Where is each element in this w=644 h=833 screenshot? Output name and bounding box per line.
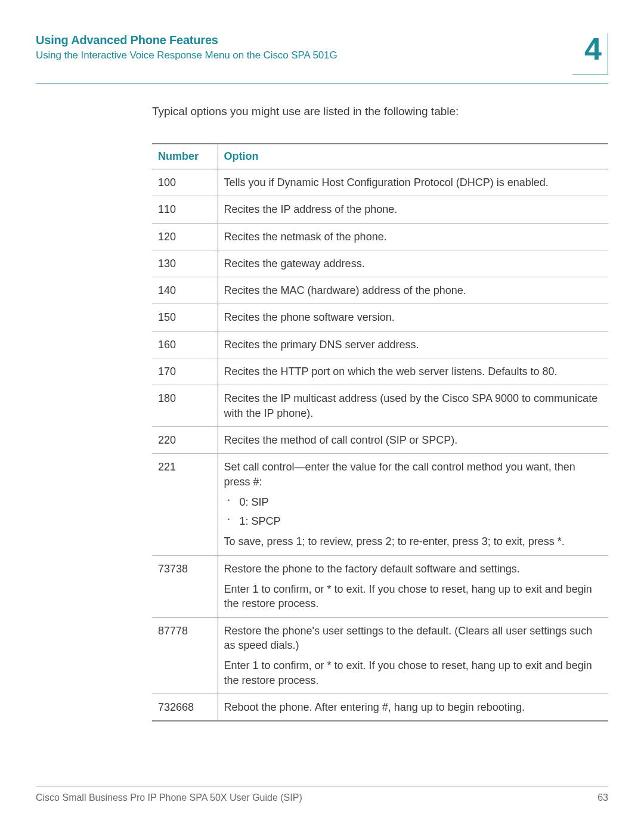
- cell-option: Restore the phone's user settings to the…: [218, 617, 608, 693]
- cell-paragraph: Enter 1 to confirm, or * to exit. If you…: [224, 582, 600, 611]
- table-row: 110 Recites the IP address of the phone.: [152, 196, 608, 223]
- list-item: 1: SPCP: [224, 514, 600, 528]
- cell-number: 170: [152, 358, 218, 385]
- footer-row: Cisco Small Business Pro IP Phone SPA 50…: [36, 792, 608, 803]
- chapter-title: Using Advanced Phone Features: [36, 33, 572, 47]
- table-row: 150 Recites the phone software version.: [152, 304, 608, 331]
- cell-number: 130: [152, 250, 218, 277]
- cell-option: Recites the netmask of the phone.: [218, 223, 608, 250]
- cell-paragraph: Restore the phone to the factory default…: [224, 562, 600, 576]
- content-area: Typical options you might use are listed…: [152, 105, 608, 721]
- col-header-option: Option: [218, 144, 608, 169]
- table-row: 87778 Restore the phone's user settings …: [152, 617, 608, 693]
- page-footer: Cisco Small Business Pro IP Phone SPA 50…: [36, 786, 608, 803]
- cell-number: 120: [152, 223, 218, 250]
- cell-option: Tells you if Dynamic Host Configuration …: [218, 169, 608, 196]
- cell-number: 100: [152, 169, 218, 196]
- cell-paragraph: Restore the phone's user settings to the…: [224, 624, 600, 653]
- header-text: Using Advanced Phone Features Using the …: [36, 33, 572, 61]
- table-row: 220 Recites the method of call control (…: [152, 426, 608, 453]
- cell-option: Recites the method of call control (SIP …: [218, 426, 608, 453]
- cell-paragraph: Enter 1 to confirm, or * to exit. If you…: [224, 658, 600, 688]
- cell-number: 221: [152, 454, 218, 555]
- bullet-list: 0: SIP 1: SPCP: [224, 495, 600, 529]
- section-title: Using the Interactive Voice Response Men…: [36, 49, 572, 61]
- cell-number: 87778: [152, 617, 218, 693]
- table-row: 130 Recites the gateway address.: [152, 250, 608, 277]
- table-row: 73738 Restore the phone to the factory d…: [152, 555, 608, 617]
- cell-option: Recites the primary DNS server address.: [218, 331, 608, 358]
- footer-doc-title: Cisco Small Business Pro IP Phone SPA 50…: [36, 792, 302, 803]
- table-row: 160 Recites the primary DNS server addre…: [152, 331, 608, 358]
- cell-option: Recites the IP address of the phone.: [218, 196, 608, 223]
- cell-option: Recites the IP multicast address (used b…: [218, 385, 608, 427]
- intro-text: Typical options you might use are listed…: [152, 105, 608, 118]
- chapter-number-box: 4: [572, 33, 608, 75]
- cell-paragraph: To save, press 1; to review, press 2; to…: [224, 534, 600, 549]
- footer-rule: [36, 786, 608, 786]
- table-row: 180 Recites the IP multicast address (us…: [152, 385, 608, 427]
- table-row: 732668 Reboot the phone. After entering …: [152, 693, 608, 721]
- cell-number: 150: [152, 304, 218, 331]
- cell-option: Recites the MAC (hardware) address of th…: [218, 277, 608, 304]
- cell-number: 160: [152, 331, 218, 358]
- cell-option: Restore the phone to the factory default…: [218, 555, 608, 617]
- page: Using Advanced Phone Features Using the …: [0, 0, 644, 833]
- options-table: Number Option 100 Tells you if Dynamic H…: [152, 143, 608, 721]
- cell-number: 140: [152, 277, 218, 304]
- cell-paragraph: Set call control—enter the value for the…: [224, 460, 600, 489]
- page-header: Using Advanced Phone Features Using the …: [36, 33, 608, 75]
- cell-option: Recites the gateway address.: [218, 250, 608, 277]
- header-rule: [36, 83, 608, 83]
- table-row: 170 Recites the HTTP port on which the w…: [152, 358, 608, 385]
- cell-option: Recites the phone software version.: [218, 304, 608, 331]
- cell-option: Recites the HTTP port on which the web s…: [218, 358, 608, 385]
- cell-option: Set call control—enter the value for the…: [218, 454, 608, 555]
- cell-number: 732668: [152, 693, 218, 721]
- cell-number: 180: [152, 385, 218, 427]
- cell-option: Reboot the phone. After entering #, hang…: [218, 693, 608, 721]
- cell-number: 110: [152, 196, 218, 223]
- table-header-row: Number Option: [152, 144, 608, 169]
- footer-page-number: 63: [597, 792, 608, 803]
- cell-number: 73738: [152, 555, 218, 617]
- chapter-number: 4: [572, 33, 602, 64]
- table-row: 100 Tells you if Dynamic Host Configurat…: [152, 169, 608, 196]
- table-row: 120 Recites the netmask of the phone.: [152, 223, 608, 250]
- table-row: 140 Recites the MAC (hardware) address o…: [152, 277, 608, 304]
- list-item: 0: SIP: [224, 495, 600, 509]
- cell-number: 220: [152, 426, 218, 453]
- col-header-number: Number: [152, 144, 218, 169]
- table-row: 221 Set call control—enter the value for…: [152, 454, 608, 555]
